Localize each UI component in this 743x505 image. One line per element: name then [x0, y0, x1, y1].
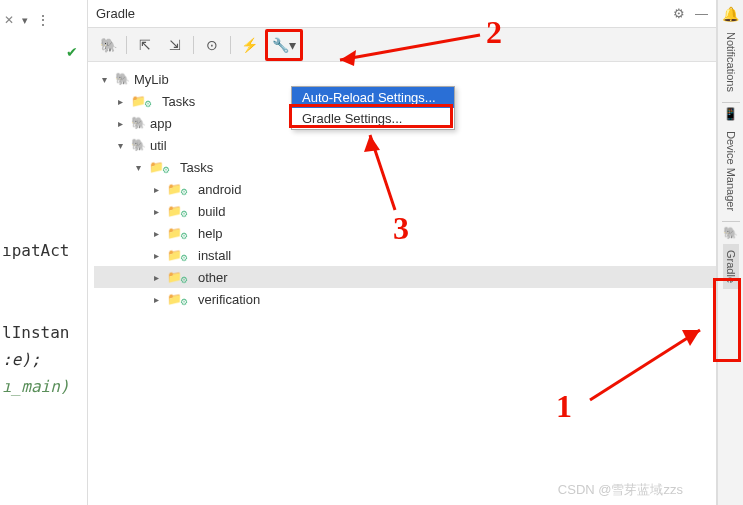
- tree-node-build[interactable]: ▸📁⚙ build: [94, 200, 716, 222]
- rail-device-manager[interactable]: Device Manager: [723, 125, 739, 217]
- gradle-panel: Gradle ⚙ — 🐘 ⇱ ⇲ ⊙ ⚡ 🔧▾ ▾🐘 MyLib: [88, 0, 717, 505]
- wrench-button[interactable]: 🔧▾: [270, 32, 298, 58]
- menu-gradle-settings[interactable]: Gradle Settings...: [292, 108, 454, 129]
- offline-button[interactable]: ⚡: [235, 32, 263, 58]
- menu-auto-reload[interactable]: Auto-Reload Settings...: [292, 87, 454, 108]
- close-tab-icon[interactable]: ✕: [4, 13, 14, 27]
- wrench-dropdown-menu: Auto-Reload Settings... Gradle Settings.…: [291, 86, 455, 130]
- analyze-button[interactable]: ⊙: [198, 32, 226, 58]
- expand-all-button[interactable]: ⇱: [131, 32, 159, 58]
- tree-node-install[interactable]: ▸📁⚙ install: [94, 244, 716, 266]
- tree-node-android[interactable]: ▸📁⚙ android: [94, 178, 716, 200]
- collapse-all-button[interactable]: ⇲: [161, 32, 189, 58]
- right-tool-rail: 🔔 Notifications 📱 Device Manager 🐘 Gradl…: [717, 0, 743, 505]
- chevron-down-icon[interactable]: ▾: [22, 14, 28, 27]
- bell-icon[interactable]: 🔔: [722, 6, 739, 22]
- rail-notifications[interactable]: Notifications: [723, 26, 739, 98]
- more-icon[interactable]: ⋮: [36, 12, 50, 28]
- gear-icon[interactable]: ⚙: [673, 6, 685, 21]
- tree-node-util[interactable]: ▾🐘 util: [94, 134, 716, 156]
- hide-icon[interactable]: —: [695, 6, 708, 21]
- panel-title: Gradle: [96, 6, 135, 21]
- tree-node-verification[interactable]: ▸📁⚙ verification: [94, 288, 716, 310]
- check-icon: ✔: [66, 44, 87, 60]
- gradle-toolbar: 🐘 ⇱ ⇲ ⊙ ⚡ 🔧▾: [88, 28, 716, 62]
- tree-node-other[interactable]: ▸📁⚙ other: [94, 266, 716, 288]
- rail-gradle[interactable]: Gradle: [723, 244, 739, 289]
- tree-node-help[interactable]: ▸📁⚙ help: [94, 222, 716, 244]
- editor-column: ✕ ▾ ⋮ ✔ ıpatAct lInstan :e); ı_main): [0, 0, 88, 505]
- editor-code: ıpatAct lInstan :e); ı_main): [0, 60, 87, 428]
- watermark: CSDN @雪芽蓝域zzs: [558, 481, 683, 499]
- tree-node-util-tasks[interactable]: ▾📁⚙ Tasks: [94, 156, 716, 178]
- refresh-button[interactable]: 🐘: [94, 32, 122, 58]
